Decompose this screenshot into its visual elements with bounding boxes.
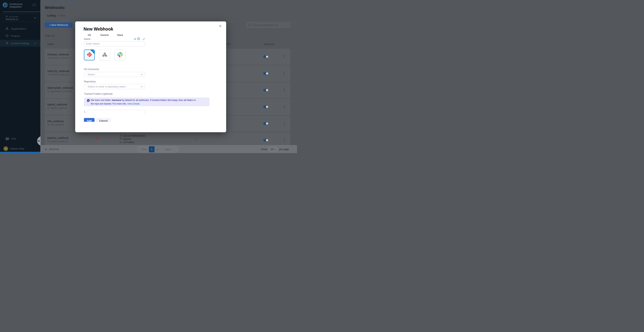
page-2-button[interactable]: 2 [154,146,160,152]
column-header-enabled: ENABLED [264,43,274,45]
git-connector-select[interactable]: - Select - [84,72,145,77]
help-icon: ? [6,137,9,140]
repository-label: Repository [84,80,96,83]
pager: ← Prev 1 2 Next → [137,146,179,152]
id-group: Id : [134,37,145,41]
sidebar-item-label: Organizations [11,27,26,30]
tracked-folders-label: Tracked Folders (optional) [84,92,112,95]
id-separator: : [141,38,142,40]
provider-label-git: Git [84,34,95,36]
row-menu-button[interactable] [284,55,285,59]
webhook-id: Id: firstrepo_webhook [47,57,68,59]
prev-page-button[interactable]: ← Prev [137,148,149,151]
selected-check-icon [90,50,95,54]
info-icon: i [87,99,90,102]
webhook-id: Id: idptest_webhook [47,107,67,109]
next-page-button[interactable]: Next → [160,148,179,151]
provider-card-slack[interactable] [114,50,126,60]
column-header-name: NAME [47,43,54,45]
provider-card-generic[interactable] [99,50,110,60]
webhook-id: Id: hello233_webhook [47,73,68,76]
provider-label-generic: Generic [99,34,110,36]
enabled-toggle[interactable] [263,89,268,91]
repository-select[interactable]: - Select or enter a repository name - [84,84,145,89]
account-selector[interactable]: ACCOUNT Harness.io [2,14,38,22]
webhook-name: pipeline_webhook [47,136,68,139]
folder-input-clip [87,110,145,114]
cancel-button[interactable]: Cancel [96,118,110,122]
sidebar: Continuous Integration ACCOUNT Harness.i… [0,0,40,153]
chevron-right-icon [34,42,36,45]
account-name: Harness.io [6,18,18,21]
webhook-name: khh_webhook [47,120,64,123]
show-label: Show [261,148,267,151]
enabled-toggle[interactable] [263,72,268,75]
pagination-bar: (1 - 10) of 14 ← Prev 1 2 Next → Show 10… [40,145,297,153]
row-menu-button[interactable] [284,105,285,109]
help-button[interactable]: ? Help [6,137,16,140]
git-provider-icon [96,137,99,141]
search-input[interactable] [252,24,286,27]
add-button[interactable]: Add [84,118,94,122]
tab-events[interactable]: Events [58,14,66,17]
webhook-search[interactable] [246,22,290,28]
chevron-right-icon [34,17,36,20]
toggle-knob [266,56,268,58]
app-switcher-icon[interactable] [32,4,36,6]
enabled-toggle[interactable] [263,105,268,108]
webhook-id: Id: khh_webhook [47,123,64,126]
provider-label-slack: Slack [114,34,126,36]
webhook-id: Id: idptemplate_webhook [47,90,72,92]
enabled-toggle[interactable] [263,55,268,58]
edit-id-icon[interactable] [143,38,145,41]
enabled-toggle[interactable] [263,122,268,125]
chevron-down-icon [141,74,143,75]
row-menu-button[interactable] [284,138,285,142]
webhook-name: hello233_webhook [47,70,70,73]
product-name: Continuous Integration [10,3,30,8]
info-icon[interactable] [137,37,140,41]
product-header[interactable]: Continuous Integration [3,3,38,10]
provider-cards [84,50,126,60]
repository-icon [120,137,122,140]
close-icon[interactable]: × [219,24,222,29]
row-menu-button[interactable] [284,88,285,92]
breadcrumb-account-link[interactable]: Account: Harness.io [45,2,64,4]
page-1-button[interactable]: 1 [149,146,154,152]
connector-icon [120,134,122,137]
sidebar-item-account-settings[interactable]: Account Settings [0,40,40,47]
new-webhook-button[interactable]: + New Webhook [45,22,72,28]
provider-card-git[interactable] [84,50,95,60]
folder-icon [120,141,122,144]
repository-value: - Select or enter a repository name - [86,85,127,88]
avatar: SD [4,146,8,151]
sidebar-item-organizations[interactable]: Organizations [0,25,40,32]
enabled-toggle[interactable] [263,139,268,141]
collapse-arrow-icon [38,140,40,142]
sidebar-item-projects[interactable]: Projects [0,33,40,39]
name-label: Name [84,38,90,40]
page-title: Webhooks [45,5,65,10]
webhook-name: idptest_webhook [47,103,67,106]
info-banner-text: We track root folder .harness/ by defaul… [91,98,196,106]
breadcrumb: Account: Harness.io>Settings [45,2,75,4]
tab-listing[interactable]: Listing [47,14,56,17]
toggle-knob [266,122,268,125]
page-size-select[interactable]: 10 [269,147,277,151]
tracked-folders-ref: All Folders [123,141,134,144]
sidebar-item-label: Projects [11,35,20,37]
tracked-folder-input[interactable] [87,110,145,114]
toggle-knob [266,106,268,108]
webhook-generic-icon [102,52,108,58]
account-label: ACCOUNT [9,16,18,18]
webhook-name-input[interactable] [84,41,145,46]
sidebar-item-label: Account Settings [11,42,30,45]
user-name: Shibam Dhar [10,147,24,150]
row-menu-button[interactable] [284,122,285,126]
help-label: Help [11,137,16,140]
view-details-link[interactable]: View Details [127,102,140,105]
row-menu-button[interactable] [284,72,285,76]
breadcrumb-settings-link[interactable]: Settings [68,2,76,4]
user-profile[interactable]: SD Shibam Dhar [4,146,24,151]
repository-ref: pipeline [123,138,131,140]
